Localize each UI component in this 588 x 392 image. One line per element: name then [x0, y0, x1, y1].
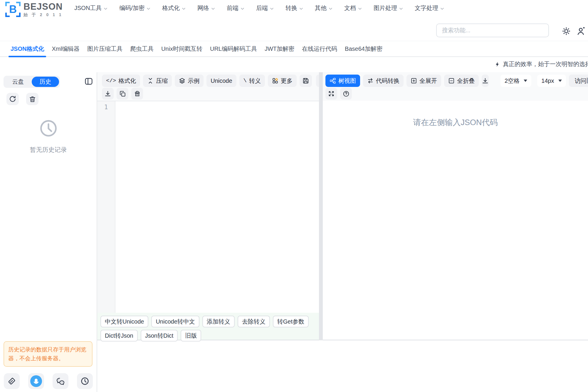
layers-icon	[179, 78, 185, 84]
promo-text: 真正的效率，始于一次明智的选择	[503, 60, 588, 68]
tool-tab[interactable]: Base64加解密	[341, 41, 386, 57]
tags-button[interactable]	[4, 373, 20, 389]
code-convert-button[interactable]: 代码转换	[363, 75, 404, 87]
header: B BEJSON 始 于 2 0 1 1 JSON工具 编码/加密 格式化 网络	[0, 0, 588, 41]
history-privacy-notice: 历史记录的数据只存于用户浏览器，不会上传服务器。	[4, 341, 93, 367]
chevron-down-icon	[270, 6, 274, 11]
theme-toggle-button[interactable]	[561, 26, 572, 36]
promo-strip: 真正的效率，始于一次明智的选择	[0, 57, 588, 71]
refresh-history-button[interactable]	[6, 93, 19, 105]
cloud-tab[interactable]: 云盘	[4, 77, 32, 87]
main-area: 云盘 历史	[0, 72, 588, 392]
quick-action-button[interactable]: Dict转Json	[100, 330, 138, 341]
search-input[interactable]	[436, 23, 549, 37]
indent-select[interactable]: 2空格	[500, 75, 531, 87]
backslash-icon: \	[243, 78, 247, 84]
panel-divider[interactable]	[319, 72, 323, 340]
recent-button[interactable]	[77, 373, 93, 389]
quick-action-button[interactable]: 添加转义	[202, 316, 235, 327]
unicode-button[interactable]: Unicode	[206, 75, 236, 87]
nav-menu-item[interactable]: 文档	[344, 4, 362, 12]
expand-all-button[interactable]: 全展开	[406, 75, 441, 87]
nav-menu-item[interactable]: 编码/加密	[119, 4, 151, 12]
viewer-hint-text: 请在左侧输入JSON代码	[323, 117, 588, 128]
quick-action-button[interactable]: 转Get参数	[273, 316, 309, 327]
viewer-download-button[interactable]	[482, 75, 489, 87]
account-button[interactable]	[576, 26, 586, 36]
font-size-select[interactable]: 14px	[537, 75, 566, 87]
collapse-all-button[interactable]: 全折叠	[444, 75, 479, 87]
compress-icon	[147, 78, 154, 84]
expand-square-icon	[411, 78, 417, 84]
collapse-square-icon	[448, 78, 455, 84]
tool-tab[interactable]: JSON格式化	[7, 41, 48, 57]
json-editor-panel: </> 格式化 压缩 示例	[97, 72, 319, 392]
tool-tab[interactable]: 在线运行代码	[298, 41, 341, 57]
tree-view-button[interactable]: 树视图	[325, 75, 360, 87]
editor-toolbar: </> 格式化 压缩 示例	[97, 72, 319, 101]
quick-action-button[interactable]: Json转Dict	[141, 330, 178, 341]
grid-more-icon	[272, 78, 278, 84]
help-button[interactable]	[340, 88, 352, 100]
chevron-down-icon	[103, 6, 108, 11]
editor-gutter: 1	[97, 101, 115, 313]
wechat-button[interactable]	[53, 373, 68, 389]
tool-tab[interactable]: JWT加解密	[261, 41, 298, 57]
nav-menu-item[interactable]: 转换	[285, 4, 303, 12]
quick-action-button[interactable]: 去除转义	[238, 316, 270, 327]
tool-tab[interactable]: 图片压缩工具	[83, 41, 126, 57]
nav-menu-item[interactable]: 网络	[197, 4, 215, 12]
brand-logo[interactable]: B BEJSON 始 于 2 0 1 1	[5, 2, 63, 17]
bejson-page: B BEJSON 始 于 2 0 1 1 JSON工具 编码/加密 格式化 网络	[0, 0, 588, 392]
nav-menu-item[interactable]: 图片处理	[374, 4, 403, 12]
nav-menu-item[interactable]: 文字处理	[415, 4, 444, 12]
history-tab[interactable]: 历史	[32, 77, 59, 87]
chevron-down-icon	[299, 6, 303, 11]
tool-tab[interactable]: Unix时间戳互转	[157, 41, 206, 57]
chevron-down-icon	[240, 6, 245, 11]
tool-tab[interactable]: URL编码解码工具	[206, 41, 261, 57]
sidebar-panel-icon	[84, 77, 93, 86]
nav-menu-item[interactable]: 后端	[256, 4, 274, 12]
nav-menu-item[interactable]: JSON工具	[74, 4, 108, 12]
format-button[interactable]: </> 格式化	[102, 75, 140, 87]
tree-icon	[330, 78, 336, 84]
collapse-sidebar-button[interactable]	[84, 76, 94, 86]
help-icon	[343, 90, 350, 97]
brand-initial: B	[5, 2, 21, 17]
main-nav: JSON工具 编码/加密 格式化 网络 前端 后端 转换 其他	[74, 4, 444, 12]
save-button[interactable]	[300, 75, 312, 87]
copy-icon	[119, 90, 126, 97]
chevron-down-icon	[328, 6, 333, 11]
escape-button[interactable]: \ 转义	[239, 75, 265, 87]
old-version-button[interactable]: 访问旧版	[569, 75, 588, 87]
download-button[interactable]	[102, 88, 114, 100]
json-viewer-panel: 树视图 代码转换 全展开	[323, 72, 588, 392]
qq-button[interactable]	[28, 373, 44, 389]
nav-menu-item[interactable]: 格式化	[162, 4, 186, 12]
quick-action-button[interactable]: Unicode转中文	[151, 316, 199, 327]
json-input-editor[interactable]: 1	[97, 101, 319, 313]
quick-action-button[interactable]: 中文转Unicode	[100, 316, 148, 327]
caret-down-icon	[558, 80, 562, 82]
example-button[interactable]: 示例	[175, 75, 204, 87]
copy-button[interactable]	[117, 88, 128, 100]
clear-history-button[interactable]	[26, 93, 38, 105]
clock-icon	[39, 119, 58, 138]
clear-editor-button[interactable]	[131, 88, 143, 100]
compress-button[interactable]: 压缩	[143, 75, 172, 87]
lightning-icon	[495, 61, 500, 68]
tree-view-area[interactable]: 请在左侧输入JSON代码	[323, 101, 588, 340]
empty-history-label: 暂无历史记录	[0, 146, 97, 154]
save-icon	[302, 77, 309, 84]
editor-text-surface[interactable]	[115, 101, 319, 313]
fullscreen-button[interactable]	[325, 88, 337, 100]
tool-tab[interactable]: 爬虫工具	[126, 41, 157, 57]
quick-action-button[interactable]: 旧版	[181, 330, 201, 341]
qq-icon	[30, 375, 42, 387]
brand-tagline: 始 于 2 0 1 1	[23, 13, 63, 17]
nav-menu-item[interactable]: 前端	[227, 4, 245, 12]
more-button[interactable]: 更多	[268, 75, 297, 87]
nav-menu-item[interactable]: 其他	[315, 4, 333, 12]
tool-tab[interactable]: Xml编辑器	[48, 41, 83, 57]
